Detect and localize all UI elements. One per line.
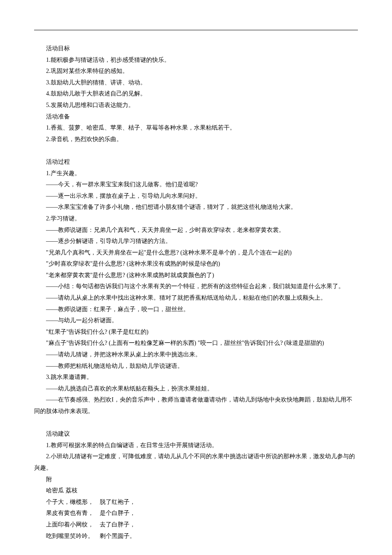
paragraph-line: ——逐步分解谜语，引导幼儿学习猜谜的方法。 xyxy=(34,236,358,247)
paragraph-line: ——小结：每句话都告诉我们与这个水果有关的一个特征，把所有的这些特征合起来，我们… xyxy=(34,281,358,292)
paragraph-line: 果皮有黄也有青， 是个白胖子， xyxy=(34,508,358,519)
paragraph-line: ——教师说谜面：兄弟几个真和气，天天并肩坐一起，少时喜欢穿绿衣，老来都穿黄衣裳。 xyxy=(34,225,358,236)
paragraph-line: ——水果宝宝准备了许多小礼物，他们想请小朋友猜个谜语，猜对了，就把这些礼物送给大… xyxy=(34,202,358,213)
paragraph-line: 个子大，橄榄形， 脱了红袍子， xyxy=(34,497,358,508)
paragraph-line: 2.巩固对某些水果特征的感知。 xyxy=(34,66,358,77)
document-page: 活动目标1.能积极参与猜谜活动，初步感受猜谜的快乐。2.巩固对某些水果特征的感知… xyxy=(0,0,392,555)
paragraph-line: 3.鼓励幼儿大胆的猜猜、讲讲、动动。 xyxy=(34,77,358,89)
paragraph-line: 哈密瓜 荔枝 xyxy=(34,485,358,497)
paragraph-line: "少时喜欢穿绿衣"是什么意思? (这种水果没有成熟的时候是绿色的) xyxy=(34,258,358,270)
paragraph-line: 活动准备 xyxy=(34,111,358,123)
paragraph-line: 活动建议 xyxy=(34,428,358,440)
paragraph-line: 3.跳水果邀请舞。 xyxy=(34,372,358,383)
paragraph-line: 附 xyxy=(34,474,358,486)
paragraph-line: 活动过程 xyxy=(34,156,358,168)
paragraph-line: 1.产生兴趣。 xyxy=(34,168,358,179)
paragraph-line: ——请幼儿从桌上的水果中找出这种水果。猜对了就把香蕉粘纸送给幼儿，粘贴在他们的衣… xyxy=(34,292,358,304)
paragraph-line: 1.教师可根据水果的特点自编谜语，在日常生活中开展猜谜活动。 xyxy=(34,440,358,451)
paragraph-line: ——在节奏感强、热烈欢I，央的音乐声中，教师当邀请者做邀请动作，请幼儿到场地中央… xyxy=(34,394,358,417)
paragraph-line: 上面印着小网纹， 去了白胖子， xyxy=(34,519,358,531)
paragraph-line: ——教师把粘纸礼物送给幼儿，鼓励幼儿学说谜语。 xyxy=(34,361,358,372)
paragraph-line: 2.录音机，热烈欢快的乐曲。 xyxy=(34,134,358,145)
paragraph-line: 1.香蕉、菠萝、哈密瓜、苹果、桔子、草莓等各种水果，水果粘纸若干。 xyxy=(34,122,358,134)
paragraph-line: 1.能积极参与猜谜活动，初步感受猜谜的快乐。 xyxy=(34,55,358,66)
paragraph-line: ——教师说谜面：红果子，麻点子，咬一口，甜丝丝。 xyxy=(34,304,358,315)
paragraph-line: ——请幼儿猜谜，并把这种水果从桌上的水果中挑选出来。 xyxy=(34,349,358,361)
blank-line xyxy=(34,417,358,429)
blank-line xyxy=(34,145,358,156)
paragraph-line: ——与幼儿一起分析谜面。 xyxy=(34,315,358,327)
paragraph-line: ——幼儿挑选自己喜欢的水果粘纸贴在额头上，扮演水果娃娃。 xyxy=(34,383,358,395)
paragraph-line: 5.发展幼儿思维和口语表达能力。 xyxy=(34,100,358,111)
paragraph-line: ——今天，有一群水果宝宝来我们这儿做客。他们是谁呢? xyxy=(34,179,358,191)
paragraph-line: "麻点子"告诉我们什么? (上面有一粒粒像芝麻一样的东西) "咬一口，甜丝丝"告… xyxy=(34,338,358,349)
paragraph-line: "红果子"告诉我们什么? (果子是红红的) xyxy=(34,327,358,338)
horizontal-rule xyxy=(34,30,358,30)
paragraph-line: 2.学习猜谜。 xyxy=(34,213,358,225)
paragraph-line: 活动目标 xyxy=(34,43,358,55)
paragraph-line: ——逐一出示水果，摆放在桌子上，引导幼儿向水果问好。 xyxy=(34,191,358,202)
paragraph-line: 4.鼓励幼儿敢于大胆表述自己的见解。 xyxy=(34,88,358,100)
paragraph-line: "兄弟几个真和气，天天并肩坐在一起"是什么意思? (这种水果不是单个的，是几个连… xyxy=(34,247,358,259)
paragraph-line: "老来都穿黄衣裳"是什么意思? (这种水果成熟时就成黄颜色的了) xyxy=(34,270,358,281)
document-body: 活动目标1.能积极参与猜谜活动，初步感受猜谜的快乐。2.巩固对某些水果特征的感知… xyxy=(34,43,358,542)
paragraph-line: 吃到嘴里笑吟吟。 剩个黑圆子。 xyxy=(34,531,358,542)
paragraph-line: 2.小班幼儿猜谜有一定难度，可降低难度，请幼儿从几个不同的水果中挑选出谜语中所说… xyxy=(34,451,358,474)
